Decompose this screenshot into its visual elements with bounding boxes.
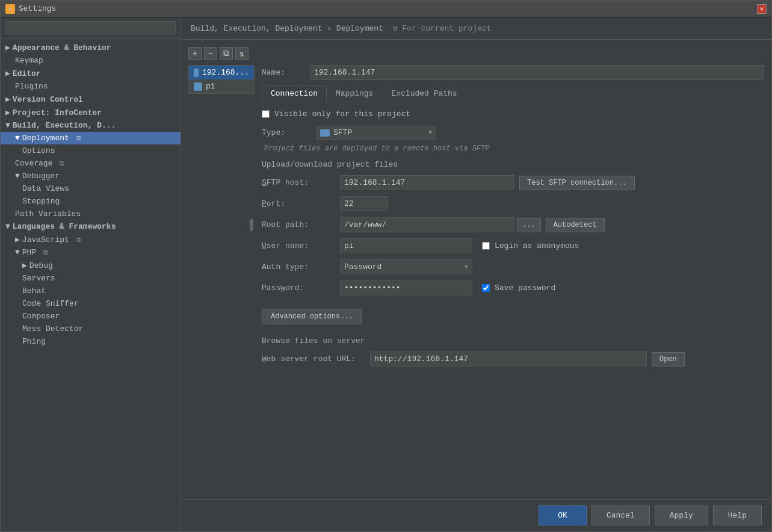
username-input[interactable] [340, 238, 472, 253]
name-input[interactable] [310, 65, 764, 80]
sidebar-item-javascript[interactable]: ▶JavaScript ⧉ [1, 233, 181, 246]
sidebar-item-keymap[interactable]: Keymap [1, 54, 181, 67]
server-name-2: pi [206, 82, 215, 91]
sidebar-item-deployment[interactable]: ▼Deployment ⧉ [1, 132, 181, 144]
password-label: Password: [262, 283, 340, 292]
sidebar-item-phing[interactable]: Phing [1, 335, 181, 348]
sidebar-item-plugins[interactable]: Plugins [1, 80, 181, 93]
arrow-icon: ▼ [15, 134, 20, 143]
password-input[interactable] [340, 280, 472, 295]
sftp-host-input[interactable] [340, 175, 514, 190]
visible-project-checkbox[interactable] [262, 110, 270, 118]
copy-button[interactable]: ⧉ [220, 47, 233, 60]
sidebar-item-code-sniffer[interactable]: Code Sniffer [1, 297, 181, 310]
breadcrumb-separator: › [327, 24, 336, 33]
sftp-icon [320, 129, 330, 137]
sftp-host-row: SFTP host: Test SFTP connection... [262, 175, 764, 190]
sidebar-item-php[interactable]: ▼PHP ⧉ [1, 246, 181, 259]
arrow-icon: ▶ [22, 261, 27, 270]
test-sftp-button[interactable]: Test SFTP connection... [519, 176, 635, 190]
advanced-options-button[interactable]: Advanced options... [262, 309, 362, 324]
sidebar-item-debugger[interactable]: ▼Debugger [1, 170, 181, 182]
name-label: Name: [262, 68, 310, 77]
server-icon [194, 82, 202, 91]
sidebar-item-project[interactable]: ▶Project: InfoCenter [1, 106, 181, 119]
form-area: Name: Connection Mappings Excluded Paths [255, 65, 764, 373]
close-button[interactable]: ✕ [757, 4, 767, 14]
sidebar-item-languages[interactable]: ▼Languages & Frameworks [1, 220, 181, 233]
arrow-icon: ▶ [15, 235, 20, 244]
type-select[interactable]: SFTP ▼ [316, 126, 436, 140]
arrow-icon: ▶ [5, 69, 10, 78]
arrow-icon: ▼ [15, 248, 20, 257]
arrow-icon: ▶ [5, 94, 10, 104]
add-button[interactable]: + [188, 47, 202, 60]
sidebar-item-data-views[interactable]: Data Views [1, 182, 181, 195]
sidebar-item-mess-detector[interactable]: Mess Detector [1, 323, 181, 335]
cancel-button[interactable]: Cancel [591, 506, 650, 525]
breadcrumb-suffix: ⚙ For current project [393, 24, 492, 33]
search-input[interactable] [5, 21, 176, 34]
auth-type-row: Auth type: Password ▼ [262, 259, 764, 274]
server-icon [194, 69, 199, 77]
sidebar-item-appearance[interactable]: ▶Appearance & Behavior [1, 41, 181, 54]
breadcrumb-current: Deployment [336, 24, 383, 33]
ok-button[interactable]: OK [539, 506, 587, 525]
port-row: Port: [262, 196, 764, 211]
web-url-input[interactable] [370, 351, 647, 367]
browse-section: Browse files on server Web server root U… [262, 336, 764, 367]
breadcrumb-path: Build, Execution, Deployment [191, 24, 322, 33]
title-bar: ⚙ Settings ✕ [1, 1, 771, 17]
bottom-bar: OK Cancel Apply Help [181, 499, 771, 531]
tab-connection[interactable]: Connection [262, 85, 327, 102]
arrow-icon: ▼ [15, 172, 20, 181]
remove-button[interactable]: − [204, 47, 217, 60]
sidebar-item-coverage[interactable]: Coverage ⧉ [1, 157, 181, 170]
move-button[interactable]: ⇅ [235, 47, 249, 60]
sftp-host-label: SFTP host: [262, 178, 340, 187]
sidebar-item-stepping[interactable]: Stepping [1, 195, 181, 208]
type-value: SFTP [333, 128, 425, 137]
name-row: Name: [262, 65, 764, 80]
root-path-label: Root path: [262, 220, 340, 229]
sidebar-item-behat[interactable]: Behat [1, 285, 181, 297]
root-path-input[interactable] [340, 217, 514, 232]
apply-button[interactable]: Apply [655, 506, 708, 525]
dropdown-arrow-icon: ▼ [465, 264, 468, 270]
web-url-label: Web server root URL: [262, 354, 370, 363]
open-button[interactable]: Open [652, 352, 685, 367]
sidebar-item-path-variables[interactable]: Path Variables [1, 208, 181, 220]
scrollbar-handle[interactable] [250, 219, 253, 231]
browse-root-button[interactable]: ... [517, 218, 541, 232]
tab-excluded-paths[interactable]: Excluded Paths [382, 85, 466, 102]
auth-type-value: Password [344, 262, 461, 271]
sidebar-item-editor[interactable]: ▶Editor [1, 67, 181, 80]
content-area: 192.168... pi [188, 65, 764, 373]
web-url-row: Web server root URL: Open [262, 351, 764, 367]
server-item-1[interactable]: 192.168... [189, 66, 254, 79]
sidebar-item-build[interactable]: ▼Build, Execution, D... [1, 119, 181, 132]
server-list: 192.168... pi [188, 65, 255, 94]
save-password-checkbox[interactable] [482, 284, 490, 292]
auth-type-select[interactable]: Password ▼ [340, 259, 472, 274]
login-anon-checkbox[interactable] [482, 242, 490, 250]
sidebar-item-version-control[interactable]: ▶Version Control [1, 93, 181, 106]
arrow-icon: ▼ [5, 222, 10, 231]
login-anon-label: Login as anonymous [495, 241, 579, 250]
sftp-desc: Project files are deployed to a remote h… [262, 144, 764, 153]
port-input[interactable] [340, 196, 388, 211]
server-list-panel: 192.168... pi [188, 65, 255, 373]
username-label: User name: [262, 241, 340, 250]
sidebar-item-servers[interactable]: Servers [1, 272, 181, 285]
sidebar-item-debug[interactable]: ▶Debug [1, 259, 181, 272]
upload-section-title: Upload/download project files [262, 160, 764, 169]
type-label: Type: [262, 128, 310, 137]
sidebar-item-composer[interactable]: Composer [1, 310, 181, 323]
tab-mappings[interactable]: Mappings [327, 85, 382, 102]
autodetect-button[interactable]: Autodetect [546, 218, 605, 232]
server-item-2[interactable]: pi [189, 79, 254, 93]
help-button[interactable]: Help [713, 506, 762, 525]
visible-project-label: Visible only for this project [274, 110, 410, 119]
password-row: Password: Save password [262, 280, 764, 295]
sidebar-item-options[interactable]: Options [1, 144, 181, 157]
